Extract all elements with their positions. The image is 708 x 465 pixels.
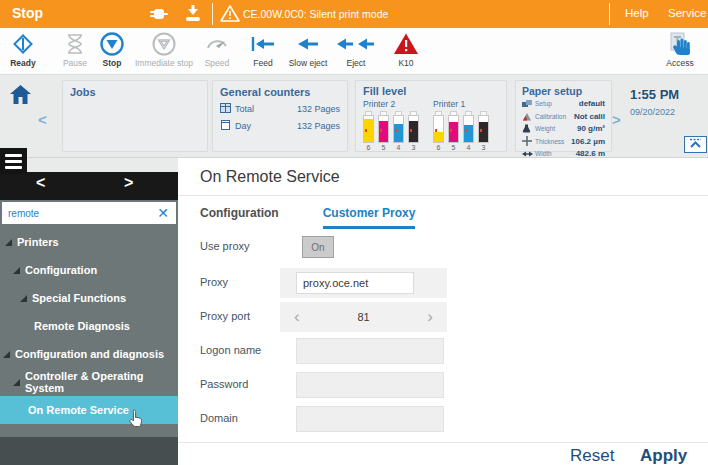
tab-bar: Configuration Customer Proxy [200,206,415,229]
expand-triangle-icon [13,267,20,274]
counter-label: Day [235,121,251,131]
slow-eject-button[interactable]: Slow eject [284,31,332,68]
ink-bottle-cyan: 4 [393,111,404,151]
menu-hamburger-button[interactable] [0,148,27,174]
ink-bottle-magenta: 5 [448,111,459,151]
password-label: Password [200,378,248,390]
speed-icon [196,31,238,57]
proxy-port-value: 81 [314,311,414,323]
expand-triangle-icon [3,351,10,358]
hamburger-icon [5,154,22,157]
expand-triangle-icon [5,239,12,246]
tree-item-printers[interactable]: Printers [0,228,178,256]
clock-time: 1:55 PM [630,87,679,102]
dashboard-collapse-button[interactable] [684,136,707,153]
dashboard-scroll-right[interactable]: > [612,111,621,128]
tree-item-remote-diagnosis[interactable]: Remote Diagnosis [0,312,178,340]
clear-search-icon[interactable]: ✕ [150,205,176,221]
hand-cursor-icon [128,408,145,430]
day-counter-icon [220,120,231,132]
sidebar-footer [0,437,178,465]
port-increment-button[interactable]: › [413,307,447,327]
paper-row-thickness: Thickness 106.2 µm [522,136,605,148]
dashboard-strip: < Jobs General counters Total 132 Pages … [0,75,708,158]
logon-name-input[interactable] [296,338,444,364]
tree-item-special-functions[interactable]: Special Functions [0,284,178,312]
reset-button[interactable]: Reset [570,446,614,465]
tab-configuration[interactable]: Configuration [200,206,279,229]
eject-button[interactable]: Eject [334,31,378,68]
top-status-bar: Stop CE.00W.0C0: Silent print mode Help … [0,0,708,28]
proxy-port-stepper: ‹ 81 › [280,302,447,332]
proxy-input[interactable] [296,272,414,294]
stop-button[interactable]: Stop [92,31,132,68]
counter-row-total: Total 132 Pages [220,103,340,115]
general-counters-card[interactable]: General counters Total 132 Pages Day 132… [212,80,348,152]
feed-button[interactable]: Feed [244,31,282,68]
machine-status: Stop [12,5,43,21]
navigation-tree: Printers Configuration Special Functions… [0,228,178,424]
fill-level-card[interactable]: Fill level Printer 2 6 5 4 3 Printer 1 6 [355,80,507,152]
speed-button[interactable]: Speed [196,31,238,68]
proxy-field-wrap [280,268,447,298]
nav-forward-button[interactable]: > [124,174,133,192]
clock-panel: 1:55 PM 09/20/2022 [630,87,679,117]
topbar-divider-right [609,3,610,25]
paper-setup-title: Paper setup [522,85,605,97]
ink-bottle-yellow: 6 [433,111,444,151]
use-proxy-label: Use proxy [200,240,250,252]
counters-title: General counters [220,86,340,98]
slow-eject-icon [284,31,332,57]
fill-level-title: Fill level [363,85,499,97]
proxy-label: Proxy [200,276,228,288]
paper-row-weight: Weight 90 g/m² [522,123,605,135]
ink-bottle-cyan: 4 [463,111,474,151]
domain-input[interactable] [296,406,444,432]
nav-back-button[interactable]: < [36,174,45,192]
access-button[interactable]: Access [658,31,702,68]
password-input[interactable] [296,372,444,398]
title-separator [178,195,708,196]
thickness-icon [522,136,533,146]
machine-toolbar: Ready Pause Stop Immediate stop Speed [0,28,708,75]
plug-icon [148,4,170,28]
tab-customer-proxy[interactable]: Customer Proxy [323,206,416,229]
immediate-stop-button[interactable]: Immediate stop [128,31,200,68]
service-button[interactable]: Service [668,7,706,19]
printer-name: Printer 2 [363,99,419,109]
footer-separator [178,442,708,443]
proxy-port-label: Proxy port [200,310,250,322]
sidebar-history-nav: < > [0,172,178,200]
apply-button[interactable]: Apply [640,446,687,465]
k10-alert-button[interactable]: K10 [386,31,426,68]
tree-item-configuration[interactable]: Configuration [0,256,178,284]
expand-triangle-icon [20,295,27,302]
dashboard-scroll-left[interactable]: < [38,111,47,128]
counter-label: Total [235,104,254,114]
help-button[interactable]: Help [625,7,649,19]
logon-name-label: Logon name [200,344,261,356]
ink-bottle-black: 3 [408,111,419,151]
counter-row-day: Day 132 Pages [220,120,340,132]
alert-message: CE.00W.0C0: Silent print mode [243,8,388,20]
calibration-icon [522,112,533,121]
immediate-stop-icon [128,31,200,57]
page-title: On Remote Service [200,168,340,186]
tree-item-configuration-and-diagnosis[interactable]: Configuration and diagnosis [0,340,178,368]
use-proxy-toggle[interactable]: On [302,236,334,258]
ready-button[interactable]: Ready [0,31,46,68]
weight-icon [522,124,533,133]
width-icon [522,150,533,158]
stop-icon [92,31,132,57]
paper-setup-card[interactable]: Paper setup Setup default Calibration No… [515,80,612,152]
domain-label: Domain [200,412,238,424]
port-decrement-button[interactable]: ‹ [280,307,314,327]
search-input[interactable] [2,208,150,219]
ink-bottle-yellow: 6 [363,111,374,151]
feed-icon [244,31,282,57]
clock-date: 09/20/2022 [630,107,679,117]
jobs-card[interactable]: Jobs [62,80,208,152]
home-icon[interactable] [8,83,33,110]
tree-item-on-remote-service[interactable]: On Remote Service [0,396,178,424]
tree-item-controller-operating-system[interactable]: Controller & Operating System [0,368,178,396]
